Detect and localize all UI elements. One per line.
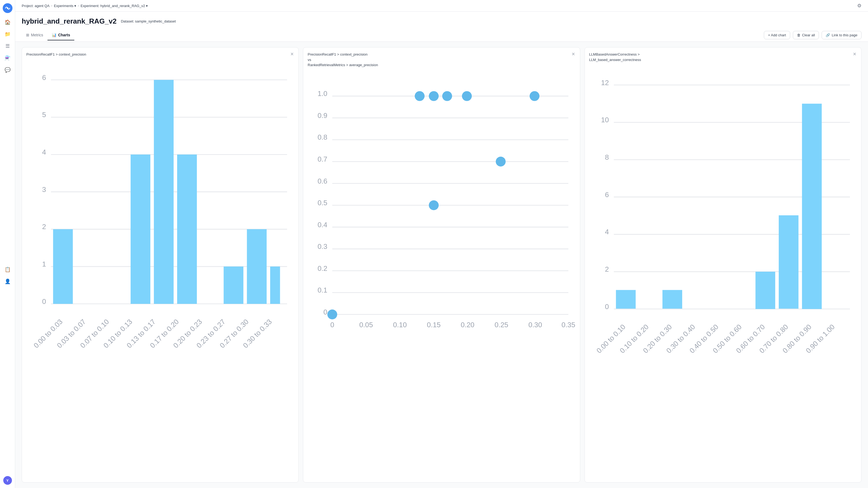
- project-link[interactable]: Project: agent QA: [22, 4, 50, 8]
- chart2-dot-4: [462, 91, 472, 101]
- svg-text:10: 10: [601, 116, 609, 124]
- chart2-dot-7: [429, 200, 439, 210]
- svg-point-1: [7, 7, 8, 9]
- svg-text:0.1: 0.1: [318, 286, 328, 294]
- sidebar-item-reports[interactable]: 📋: [3, 265, 12, 274]
- svg-text:0.6: 0.6: [318, 177, 328, 185]
- svg-text:0.2: 0.2: [318, 264, 328, 272]
- main-content: Project: agent QA › Experiments ▾ › Expe…: [15, 0, 868, 488]
- sidebar-item-users[interactable]: 👤: [3, 276, 12, 286]
- chart1-bar-0: [53, 229, 73, 304]
- experiment-label: Experiment: hybrid_and_rerank_RAG_v2: [81, 4, 145, 8]
- dataset-prefix: Dataset:: [121, 19, 134, 23]
- sidebar-item-folder[interactable]: 📁: [3, 29, 12, 39]
- chart1-bar-4: [154, 80, 174, 304]
- chart3-bar-0: [616, 290, 636, 309]
- chart3-close-button[interactable]: ✕: [852, 51, 858, 57]
- svg-text:0.3: 0.3: [318, 242, 328, 251]
- chart1-bar-7: [224, 266, 244, 304]
- svg-text:4: 4: [42, 148, 46, 156]
- svg-text:0.20: 0.20: [461, 321, 475, 329]
- chart2-title-line3: RankedRetrievalMetrics > average_precisi…: [308, 63, 378, 67]
- svg-text:6: 6: [605, 191, 609, 199]
- svg-text:0.9: 0.9: [318, 111, 328, 119]
- svg-text:0.15: 0.15: [427, 321, 441, 329]
- app-logo[interactable]: [3, 3, 12, 13]
- tab-charts[interactable]: 📊 Charts: [48, 30, 74, 40]
- experiments-dropdown[interactable]: Experiments ▾: [54, 4, 76, 8]
- chart2-title-line1: PrecisionRecallF1 > context_precision: [308, 52, 368, 56]
- chart2-dot-2: [429, 91, 439, 101]
- svg-text:0.25: 0.25: [495, 321, 508, 329]
- svg-text:0: 0: [605, 302, 609, 311]
- clear-all-button[interactable]: 🗑 Clear all: [793, 31, 819, 39]
- experiment-dropdown[interactable]: Experiment: hybrid_and_rerank_RAG_v2 ▾: [81, 4, 148, 8]
- svg-text:6: 6: [42, 73, 46, 82]
- chart3-body: 0 2 4 6 8 10 12: [589, 67, 857, 478]
- chart1-bar-5: [177, 154, 197, 304]
- chart1-svg: 0 1 2 3 4 5 6: [26, 62, 294, 357]
- chart2-svg: 0 0.1 0.2 0.3 0.4 0.5 0.6 0.7 0.8 0.9 1.…: [308, 72, 575, 368]
- chart3-title-line2: LLM_based_answer_correctness: [589, 58, 641, 62]
- svg-text:0.10: 0.10: [393, 321, 407, 329]
- svg-text:0.05: 0.05: [360, 321, 373, 329]
- svg-text:4: 4: [605, 228, 609, 236]
- sidebar-item-comments[interactable]: 💬: [3, 65, 12, 75]
- sidebar: 🏠 📁 ☰ ⚗️ 💬 📋 👤 Y: [0, 0, 15, 488]
- chart3-title-line1: LLMBasedAnswerCorrectness >: [589, 52, 640, 56]
- add-chart-button[interactable]: + Add chart: [764, 31, 790, 39]
- settings-icon[interactable]: ⚙: [857, 3, 862, 9]
- user-avatar[interactable]: Y: [3, 476, 12, 485]
- chart3-bar-9: [802, 104, 822, 309]
- sidebar-item-experiments[interactable]: ⚗️: [3, 53, 12, 63]
- chart1-bar-3: [131, 154, 151, 304]
- chart3-bar-7: [755, 272, 775, 309]
- charts-area: PrecisionRecallF1 > context_precision ✕ …: [15, 42, 868, 488]
- svg-text:5: 5: [42, 110, 46, 119]
- chart2-body: 0 0.1 0.2 0.3 0.4 0.5 0.6 0.7 0.8 0.9 1.…: [308, 72, 575, 478]
- charts-bar-icon: 📊: [52, 33, 56, 37]
- chart3-bar-2: [662, 290, 682, 309]
- svg-text:0: 0: [42, 297, 46, 305]
- chart-card-2: PrecisionRecallF1 > context_precision vs…: [303, 47, 580, 483]
- tab-metrics-label: Metrics: [31, 33, 43, 37]
- svg-text:0.30: 0.30: [528, 321, 542, 329]
- chart1-close-button[interactable]: ✕: [289, 51, 294, 57]
- page-header: hybrid_and_rerank_RAG_v2 Dataset: sample…: [15, 12, 868, 29]
- chart3-bar-8: [779, 215, 799, 308]
- sidebar-item-list[interactable]: ☰: [3, 41, 12, 51]
- chart3-title: LLMBasedAnswerCorrectness > LLM_based_an…: [589, 52, 857, 62]
- chart2-title-line2: vs: [308, 58, 311, 62]
- tabs: ⊞ Metrics 📊 Charts: [22, 30, 74, 40]
- svg-text:2: 2: [605, 265, 609, 273]
- tab-charts-label: Charts: [58, 33, 70, 37]
- svg-text:0: 0: [330, 321, 334, 329]
- link-to-page-label: Link to this page: [832, 33, 858, 37]
- chart1-bar-8: [247, 229, 267, 304]
- link-icon: 🔗: [826, 33, 830, 37]
- chart2-close-button[interactable]: ✕: [571, 51, 576, 57]
- svg-text:1: 1: [42, 260, 46, 268]
- svg-text:3: 3: [42, 185, 46, 193]
- chart2-title: PrecisionRecallF1 > context_precision vs…: [308, 52, 575, 68]
- tab-actions-bar: ⊞ Metrics 📊 Charts + Add chart 🗑 Clear a…: [15, 29, 868, 42]
- clear-all-label: Clear all: [802, 33, 815, 37]
- dataset-name: sample_synthetic_dataset: [135, 19, 176, 23]
- chart1-title: PrecisionRecallF1 > context_precision: [26, 52, 294, 57]
- svg-text:0.5: 0.5: [318, 199, 328, 207]
- chart-card-3: LLMBasedAnswerCorrectness > LLM_based_an…: [585, 47, 862, 483]
- metrics-grid-icon: ⊞: [26, 33, 29, 37]
- chart1-body: 0 1 2 3 4 5 6: [26, 62, 294, 478]
- svg-text:0.8: 0.8: [318, 133, 328, 141]
- sidebar-item-home[interactable]: 🏠: [3, 18, 12, 27]
- chart2-dot-3: [442, 91, 452, 101]
- link-to-page-button[interactable]: 🔗 Link to this page: [822, 31, 862, 39]
- chart2-dot-1: [415, 91, 425, 101]
- breadcrumb-project[interactable]: Project: agent QA: [22, 4, 50, 8]
- breadcrumb-sep1: ›: [51, 4, 52, 8]
- svg-text:8: 8: [605, 153, 609, 161]
- dataset-badge: Dataset: sample_synthetic_dataset: [121, 19, 176, 23]
- chart-card-1: PrecisionRecallF1 > context_precision ✕ …: [22, 47, 299, 483]
- chart1-bar-9: [270, 266, 280, 304]
- tab-metrics[interactable]: ⊞ Metrics: [22, 30, 48, 40]
